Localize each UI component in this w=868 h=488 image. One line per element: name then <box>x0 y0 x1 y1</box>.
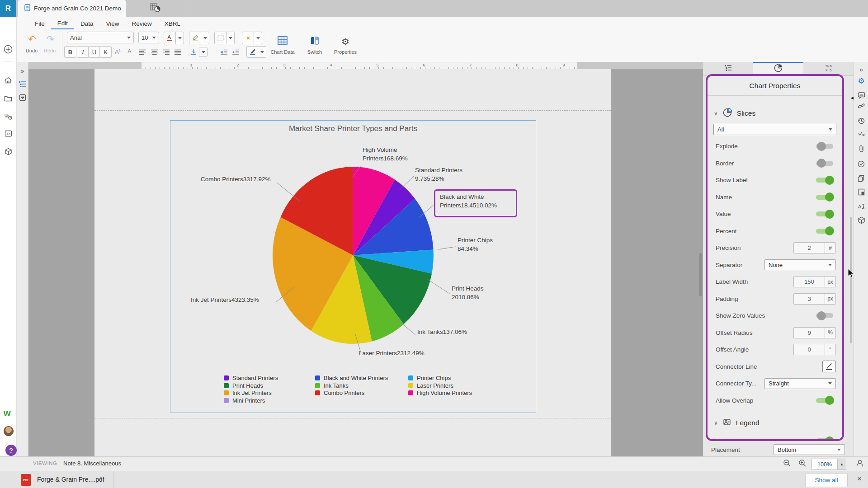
legend-item-ink-jet-printers[interactable]: Ink Jet Printers <box>224 389 272 396</box>
legend-item-standard-printers[interactable]: Standard Printers <box>224 375 278 381</box>
chart-data-button[interactable]: Chart Data <box>268 33 297 58</box>
superscript-button[interactable]: A1 <box>112 46 124 58</box>
underline-button[interactable]: U <box>88 46 100 58</box>
legend-item-high-volume-printers[interactable]: High Volume Printers <box>408 389 472 396</box>
toggle-show-legend[interactable] <box>816 438 833 441</box>
format-painter-caret[interactable] <box>258 46 266 58</box>
font-size-select[interactable]: 10 <box>138 32 159 43</box>
app-logo[interactable]: R <box>0 0 16 17</box>
redo-button[interactable]: ↷ <box>41 31 60 47</box>
toggle-show-label[interactable] <box>816 178 833 183</box>
legend-item-printer-chips[interactable]: Printer Chips <box>408 375 451 381</box>
slice-selector-dropdown[interactable]: All <box>713 124 836 135</box>
document-scrollbar[interactable] <box>699 253 702 296</box>
input-value[interactable]: 2 <box>794 243 825 253</box>
clear-format-caret[interactable] <box>254 32 262 44</box>
settings-gear-icon[interactable]: ⚙ <box>854 75 868 86</box>
italic-button[interactable]: I <box>77 46 89 58</box>
section-legend[interactable]: ∨ Legend <box>714 418 836 428</box>
toggle-percent[interactable] <box>816 229 833 234</box>
menu-review[interactable]: Review <box>126 18 158 29</box>
font-family-select[interactable]: Arial <box>67 32 134 43</box>
link-icon[interactable] <box>854 101 868 112</box>
menu-view[interactable]: View <box>100 18 126 29</box>
approvals-icon[interactable] <box>854 159 868 169</box>
toggle-border[interactable] <box>816 161 833 166</box>
legend-item-ink-tanks[interactable]: Ink Tanks <box>315 382 349 389</box>
toggle-name[interactable] <box>816 195 833 200</box>
collapse-panel-icon[interactable]: » <box>854 64 868 75</box>
zoom-stepper[interactable]: ▲ <box>837 459 846 470</box>
calendar-icon[interactable]: 16 <box>0 128 16 139</box>
document-tab[interactable]: Forge and Grain Co 2021 Demo <box>18 0 126 17</box>
borders-button[interactable] <box>214 32 227 44</box>
legend-item-mini-printers[interactable]: Mini Printers <box>224 397 265 404</box>
decrease-indent-button[interactable] <box>218 46 230 58</box>
placement-dropdown[interactable]: Bottom <box>774 444 845 455</box>
undo-button[interactable]: ↶ <box>23 31 42 47</box>
panel-scrollbar[interactable] <box>850 217 852 343</box>
legend-item-laser-printers[interactable]: Laser Printers <box>408 382 453 389</box>
downloaded-file-name[interactable]: Forge & Grain Pre....pdf <box>37 476 104 483</box>
tasks-icon[interactable] <box>854 128 868 139</box>
align-justify-button[interactable] <box>172 46 184 58</box>
close-icon[interactable]: × <box>857 474 862 483</box>
zoom-out-icon[interactable] <box>783 459 791 469</box>
pie-chart[interactable] <box>170 121 536 413</box>
highlight-color-caret[interactable] <box>201 32 209 44</box>
input-value[interactable]: 9 <box>794 328 825 338</box>
dropdown-separator[interactable]: None <box>764 259 836 270</box>
font-color-button[interactable]: A <box>164 32 176 44</box>
vertical-align-button[interactable] <box>188 46 200 58</box>
chevron-up-icon[interactable]: ∧ <box>99 475 103 482</box>
subscript-button[interactable]: A, <box>124 46 136 58</box>
vertical-align-caret[interactable] <box>199 47 208 57</box>
outline-icon[interactable] <box>17 79 28 89</box>
expand-strip-button[interactable]: » <box>17 66 28 75</box>
menu-edit[interactable]: Edit <box>51 18 74 29</box>
input-offset-angle[interactable]: 0° <box>793 344 836 355</box>
translate-icon[interactable]: A <box>854 201 868 212</box>
toggle-value[interactable] <box>816 211 833 216</box>
comments-icon[interactable] <box>854 90 868 101</box>
menu-data[interactable]: Data <box>74 18 100 29</box>
user-avatar[interactable] <box>4 426 14 436</box>
formulas-icon[interactable]: % <box>0 111 16 122</box>
menu-file[interactable]: File <box>28 18 51 29</box>
font-color-caret[interactable] <box>175 32 184 44</box>
highlight-color-button[interactable] <box>189 32 202 44</box>
legend-item-combo-printers[interactable]: Combo Printers <box>315 389 364 396</box>
increase-indent-button[interactable] <box>230 46 242 58</box>
align-center-button[interactable] <box>148 46 160 58</box>
person-icon[interactable] <box>856 459 864 469</box>
input-padding[interactable]: 3px <box>793 293 836 305</box>
input-label-width[interactable]: 150px <box>793 276 836 287</box>
home-icon[interactable] <box>0 75 16 85</box>
toggle-show-zero-values[interactable] <box>816 313 833 318</box>
input-value[interactable]: 150 <box>794 277 825 287</box>
help-button[interactable]: ? <box>5 445 17 456</box>
files-icon[interactable] <box>0 93 16 103</box>
dropdown-connector-ty[interactable]: Straight <box>764 378 836 389</box>
format-painter-button[interactable] <box>246 46 259 58</box>
clear-format-button[interactable]: × <box>242 32 255 44</box>
history-icon[interactable] <box>854 115 868 126</box>
tab-chart-properties[interactable] <box>753 62 803 75</box>
menu-xbrl[interactable]: XBRL <box>158 18 187 29</box>
packages-icon[interactable] <box>0 146 16 157</box>
strikethrough-button[interactable]: K <box>99 46 112 58</box>
add-button[interactable] <box>0 44 16 55</box>
input-offset-radius[interactable]: 9% <box>793 327 836 338</box>
align-left-button[interactable] <box>137 46 149 58</box>
properties-button[interactable]: ⚙Properties <box>331 33 360 58</box>
show-all-button[interactable]: Show all <box>805 473 848 487</box>
sheet-chart-tab[interactable] <box>125 0 186 17</box>
bookmarks-icon[interactable] <box>17 93 28 103</box>
bold-button[interactable]: B <box>64 46 76 58</box>
toggle-explode[interactable] <box>816 144 833 149</box>
legend-item-black-and-white-printers[interactable]: Black and White Printers <box>315 375 388 381</box>
data-cube-icon[interactable] <box>854 215 868 225</box>
section-slices[interactable]: ∨ Slices <box>714 108 836 119</box>
tab-outline-properties[interactable] <box>703 62 753 75</box>
input-value[interactable]: 0 <box>794 344 825 355</box>
